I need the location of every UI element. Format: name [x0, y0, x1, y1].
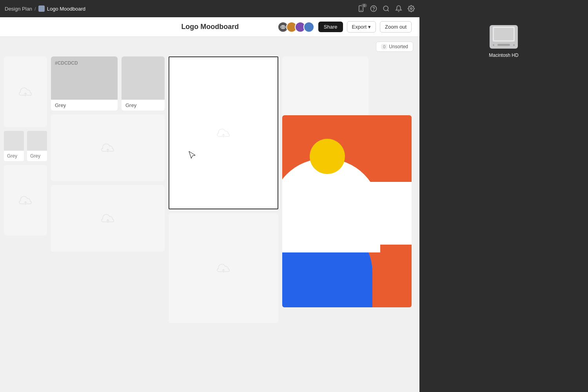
cloud-upload-icon-5	[216, 126, 231, 140]
upload-card-2[interactable]	[4, 165, 47, 236]
swatch-label-large: Grey	[51, 100, 118, 111]
export-button[interactable]: Export ▾	[347, 21, 376, 33]
svg-point-12	[493, 44, 494, 46]
zoomout-button[interactable]: Zoom out	[380, 21, 412, 33]
cloud-upload-icon-2	[18, 193, 33, 207]
svg-rect-11	[497, 44, 510, 46]
grey-label-2: Grey	[27, 151, 47, 161]
cloud-upload-icon-4	[100, 211, 116, 225]
upload-card-1[interactable]	[4, 56, 47, 127]
breadcrumb-separator: /	[34, 6, 36, 12]
subheader-right: Share Export ▾ Zoom out	[278, 21, 412, 33]
svg-point-4	[383, 6, 388, 11]
avatar-group	[278, 22, 314, 33]
col-2: #CDCDCD Grey Grey	[51, 56, 165, 252]
breadcrumb-current: Logo Moodboard	[47, 6, 85, 12]
help-icon[interactable]	[370, 5, 377, 12]
topbar: Design Plan / Logo Moodboard 0	[0, 0, 419, 17]
grey-card-small-2[interactable]: Grey	[27, 131, 47, 161]
grey-cards-row: Grey Grey	[4, 131, 47, 161]
topbar-icons: 0	[358, 5, 415, 12]
page-title: Logo Moodboard	[143, 23, 278, 31]
share-button[interactable]: Share	[318, 22, 343, 32]
settings-icon[interactable]	[408, 5, 415, 12]
svg-rect-10	[494, 28, 514, 40]
app-container: Design Plan / Logo Moodboard 0	[0, 0, 419, 392]
mac-hd-item[interactable]: Macintosh HD	[488, 24, 519, 58]
framed-card-large[interactable]	[169, 56, 278, 209]
unsorted-label: Unsorted	[389, 44, 408, 49]
art-sun	[310, 139, 345, 174]
swatch-label-small: Grey	[122, 100, 165, 111]
grey-card-small-1[interactable]: Grey	[4, 131, 24, 161]
cloud-upload-icon-1	[18, 85, 33, 99]
art-card[interactable]	[282, 115, 412, 307]
grey-label-1: Grey	[4, 151, 24, 161]
upload-card-3[interactable]	[51, 114, 165, 181]
unsorted-button[interactable]: 0 Unsorted	[376, 42, 413, 52]
desktop-sidebar: Macintosh HD	[419, 0, 588, 392]
canvas-area: 0 Unsorted Grey Grey	[0, 37, 419, 392]
search-icon[interactable]	[383, 5, 390, 12]
subheader: Logo Moodboard Share Export ▾ Zoom out	[0, 17, 419, 37]
swatch-card-small[interactable]: Grey	[122, 56, 165, 111]
swatch-row: #CDCDCD Grey Grey	[51, 56, 165, 111]
device-icon[interactable]: 0	[358, 5, 365, 12]
device-badge: 0	[361, 4, 367, 7]
notification-icon[interactable]	[395, 5, 402, 12]
breadcrumb: Design Plan / Logo Moodboard	[5, 5, 85, 12]
hex-label: #CDCDCD	[55, 60, 78, 66]
svg-point-13	[513, 44, 515, 46]
upload-card-4[interactable]	[51, 185, 165, 252]
svg-line-5	[387, 10, 388, 11]
svg-point-7	[282, 26, 284, 28]
breadcrumb-parent[interactable]: Design Plan	[5, 6, 32, 12]
swatch-card-large[interactable]: #CDCDCD Grey	[51, 56, 118, 111]
unsorted-count: 0	[381, 44, 387, 49]
cloud-upload-icon-6	[216, 261, 231, 275]
col-1: Grey Grey	[4, 56, 47, 240]
mac-hd-drive-icon	[488, 24, 519, 50]
col-3	[169, 56, 278, 323]
upload-card-6[interactable]	[169, 213, 278, 323]
hard-drive-svg	[488, 24, 519, 50]
svg-point-6	[410, 8, 412, 10]
page-icon	[38, 5, 45, 12]
mac-hd-label: Macintosh HD	[489, 53, 518, 58]
avatar-3	[303, 22, 314, 33]
cursor	[188, 151, 196, 158]
cloud-upload-icon-3	[100, 141, 116, 155]
